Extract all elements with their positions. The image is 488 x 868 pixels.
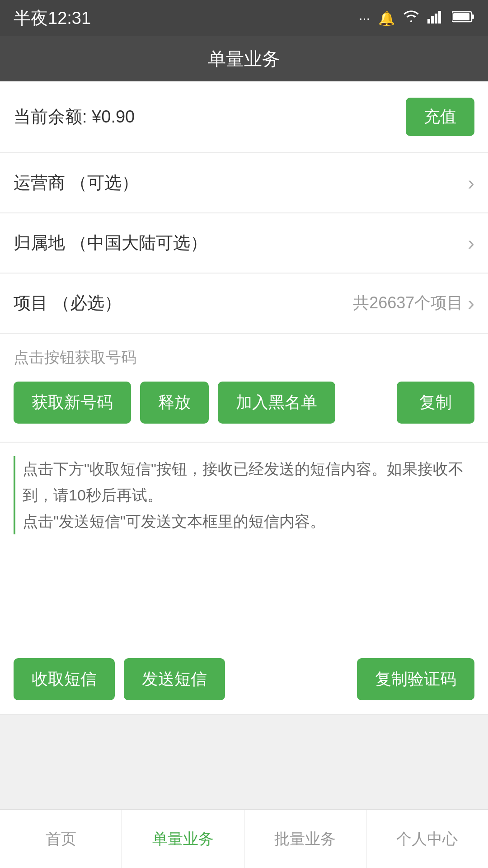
nav-label-profile: 个人中心: [396, 829, 458, 849]
title-bar: 单量业务: [0, 36, 488, 81]
region-label: 归属地 （中国大陆可选）: [14, 231, 207, 255]
notification-icon: 🔔: [378, 10, 395, 26]
receive-sms-button[interactable]: 收取短信: [14, 658, 115, 700]
project-row[interactable]: 项目 （必选） 共26637个项目 ›: [0, 274, 488, 334]
sms-description: 点击下方"收取短信"按钮，接收已经发送的短信内容。如果接收不到，请10秒后再试。…: [14, 456, 474, 534]
sms-section: 点击下方"收取短信"按钮，接收已经发送的短信内容。如果接收不到，请10秒后再试。…: [0, 443, 488, 715]
region-chevron-icon: ›: [468, 232, 474, 255]
sms-input[interactable]: [14, 552, 474, 643]
blacklist-button[interactable]: 加入黑名单: [218, 382, 335, 424]
more-icon: ···: [359, 10, 370, 26]
nav-item-batch[interactable]: 批量业务: [244, 810, 366, 868]
svg-rect-5: [472, 14, 474, 19]
nav-label-single: 单量业务: [152, 829, 214, 849]
svg-rect-0: [427, 19, 430, 24]
project-chevron-icon: ›: [468, 292, 474, 315]
battery-icon: [452, 10, 474, 26]
status-bar: 半夜12:31 ··· 🔔: [0, 0, 488, 36]
copy-verification-code-button[interactable]: 复制验证码: [357, 658, 474, 700]
nav-label-batch: 批量业务: [274, 829, 336, 849]
region-row[interactable]: 归属地 （中国大陆可选） ›: [0, 213, 488, 274]
wifi-icon: [403, 10, 419, 26]
number-section: 点击按钮获取号码 获取新号码 释放 加入黑名单 复制: [0, 334, 488, 443]
number-hint: 点击按钮获取号码: [14, 347, 474, 368]
number-buttons: 获取新号码 释放 加入黑名单 复制: [14, 382, 474, 424]
svg-rect-3: [438, 11, 441, 24]
svg-rect-1: [431, 16, 434, 24]
page-title: 单量业务: [208, 47, 280, 71]
svg-rect-2: [435, 14, 437, 24]
project-label: 项目 （必选）: [14, 292, 122, 315]
operator-chevron-icon: ›: [468, 172, 474, 194]
get-new-number-button[interactable]: 获取新号码: [14, 382, 131, 424]
release-button[interactable]: 释放: [140, 382, 209, 424]
copy-number-button[interactable]: 复制: [397, 382, 474, 424]
sms-description-text: 点击下方"收取短信"按钮，接收已经发送的短信内容。如果接收不到，请10秒后再试。…: [23, 460, 464, 530]
project-count-text: 共26637个项目: [353, 292, 463, 314]
sms-buttons: 收取短信 发送短信 复制验证码: [14, 658, 474, 700]
balance-text: 当前余额: ¥0.90: [14, 105, 135, 128]
nav-item-single[interactable]: 单量业务: [122, 810, 244, 868]
status-time: 半夜12:31: [14, 7, 91, 30]
svg-rect-6: [453, 13, 469, 20]
bottom-nav: 首页 单量业务 批量业务 个人中心: [0, 809, 488, 868]
signal-icon: [427, 10, 444, 27]
nav-item-profile[interactable]: 个人中心: [366, 810, 488, 868]
project-count: 共26637个项目 ›: [353, 292, 474, 315]
nav-item-home[interactable]: 首页: [0, 810, 122, 868]
operator-label: 运营商 （可选）: [14, 171, 139, 194]
send-sms-button[interactable]: 发送短信: [124, 658, 225, 700]
status-icons: ··· 🔔: [359, 10, 474, 27]
nav-label-home: 首页: [46, 829, 76, 849]
recharge-button[interactable]: 充值: [406, 98, 474, 136]
main-content: 当前余额: ¥0.90 充值 运营商 （可选） › 归属地 （中国大陆可选） ›…: [0, 81, 488, 850]
balance-row: 当前余额: ¥0.90 充值: [0, 81, 488, 153]
operator-row[interactable]: 运营商 （可选） ›: [0, 153, 488, 213]
